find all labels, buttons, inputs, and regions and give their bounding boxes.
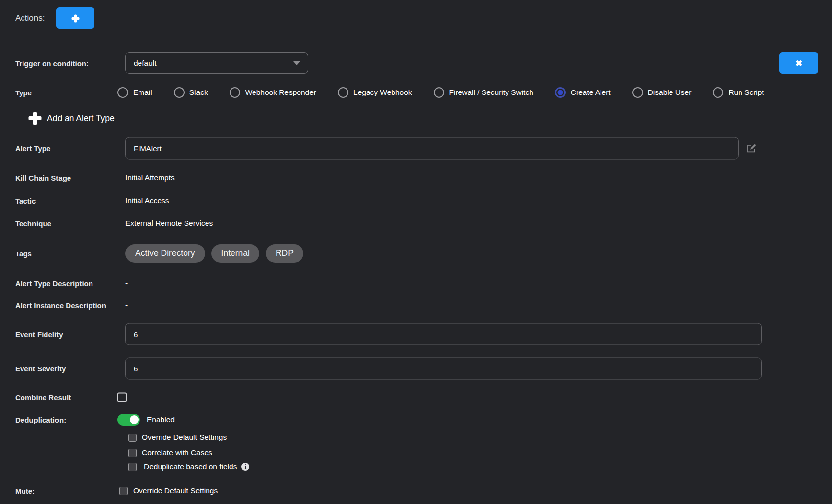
radio-option-firewall-security-switch[interactable]: Firewall / Security Switch	[434, 87, 533, 98]
event-severity-row: Event Severity	[0, 357, 832, 379]
tags-label: Tags	[15, 249, 32, 257]
correlate-with-cases-row: Correlate with Cases	[128, 448, 212, 457]
toggle-knob	[130, 415, 139, 424]
radio-option-disable-user[interactable]: Disable User	[632, 87, 692, 98]
event-fidelity-row: Event Fidelity	[0, 323, 832, 345]
plus-icon	[71, 14, 80, 23]
kill-chain-stage-value: Initial Attempts	[125, 173, 175, 182]
add-alert-type-label[interactable]: Add an Alert Type	[47, 114, 115, 124]
radio-option-label[interactable]: Email	[133, 88, 152, 97]
correlate-with-cases-checkbox[interactable]	[128, 449, 137, 457]
trigger-condition-row: Trigger on condition: default	[0, 52, 832, 74]
radio-option-run-script[interactable]: Run Script	[713, 87, 763, 98]
type-label: Type	[15, 89, 32, 97]
deduplication-toggle-label: Enabled	[147, 415, 175, 424]
radio-option-label[interactable]: Disable User	[648, 88, 692, 97]
add-action-button[interactable]	[56, 7, 94, 29]
alert-instance-description-value: -	[125, 301, 128, 310]
alert-instance-description-label: Alert Instance Description	[15, 301, 106, 310]
alert-instance-description-row: Alert Instance Description -	[0, 300, 832, 310]
combine-result-checkbox[interactable]	[117, 393, 127, 402]
checkbox-label[interactable]: Deduplicate based on fields	[144, 462, 237, 471]
tag-chip: Active Directory	[125, 244, 205, 263]
mute-row: Mute: Override Default Settings	[0, 485, 832, 496]
trigger-condition-label: Trigger on condition:	[15, 59, 89, 68]
checkbox-label[interactable]: Override Default Settings	[142, 433, 227, 442]
radio-icon[interactable]	[174, 87, 185, 98]
close-icon: ✖	[795, 59, 802, 68]
radio-icon[interactable]	[434, 87, 444, 98]
add-alert-type-button[interactable]: Add an Alert Type	[28, 112, 115, 125]
technique-label: Technique	[15, 219, 51, 228]
action-config-panel: Actions: Trigger on condition: default ✖…	[0, 0, 832, 504]
event-severity-input[interactable]	[125, 357, 762, 379]
override-default-settings-checkbox[interactable]	[128, 434, 137, 442]
action-type-radio-group: Email Slack Webhook Responder Legacy Web…	[117, 87, 764, 98]
mute-override-label[interactable]: Override Default Settings	[133, 486, 218, 495]
radio-option-webhook-responder[interactable]: Webhook Responder	[230, 87, 316, 98]
actions-row: Actions:	[0, 7, 832, 29]
tactic-row: Tactic Initial Access	[0, 196, 832, 206]
technique-value: External Remote Services	[125, 219, 213, 228]
kill-chain-stage-label: Kill Chain Stage	[15, 174, 71, 182]
mute-override-checkbox[interactable]	[119, 487, 128, 495]
radio-option-label[interactable]: Legacy Webhook	[353, 88, 412, 97]
radio-option-label[interactable]: Slack	[189, 88, 208, 97]
radio-icon[interactable]	[713, 87, 723, 98]
tactic-value: Initial Access	[125, 196, 169, 205]
tags-list: Active Directory Internal RDP	[125, 244, 310, 263]
deduplication-row: Deduplication: Enabled Override Default …	[0, 414, 832, 475]
kill-chain-stage-row: Kill Chain Stage Initial Attempts	[0, 173, 832, 183]
alert-type-description-value: -	[125, 279, 128, 288]
alert-type-description-row: Alert Type Description -	[0, 278, 832, 288]
combine-result-label: Combine Result	[15, 393, 71, 402]
tag-chip: RDP	[266, 244, 303, 263]
alert-type-input[interactable]	[125, 137, 739, 159]
radio-option-legacy-webhook[interactable]: Legacy Webhook	[338, 87, 412, 98]
combine-result-row: Combine Result	[0, 392, 832, 403]
mute-label: Mute:	[15, 487, 35, 495]
radio-icon[interactable]	[230, 87, 240, 98]
remove-action-button[interactable]: ✖	[779, 52, 818, 74]
radio-option-label[interactable]: Create Alert	[571, 88, 611, 97]
radio-option-label[interactable]: Firewall / Security Switch	[449, 88, 533, 97]
tag-chip: Internal	[211, 244, 259, 263]
event-fidelity-input[interactable]	[125, 323, 762, 345]
deduplication-toggle[interactable]	[117, 414, 140, 426]
deduplicate-based-on-fields-row: Deduplicate based on fields i	[128, 462, 249, 471]
tags-row: Tags Active Directory Internal RDP	[0, 244, 832, 263]
override-default-settings-row: Override Default Settings	[128, 433, 227, 442]
alert-type-description-label: Alert Type Description	[15, 279, 93, 288]
checkbox-label[interactable]: Correlate with Cases	[142, 448, 212, 457]
event-severity-label: Event Severity	[15, 364, 66, 372]
technique-row: Technique External Remote Services	[0, 218, 832, 228]
alert-type-label: Alert Type	[15, 144, 50, 152]
radio-icon[interactable]	[117, 87, 128, 98]
radio-option-email[interactable]: Email	[117, 87, 152, 98]
radio-option-create-alert[interactable]: Create Alert	[555, 87, 611, 98]
chevron-down-icon	[293, 61, 300, 65]
radio-option-label[interactable]: Run Script	[728, 88, 763, 97]
tactic-label: Tactic	[15, 197, 36, 205]
plus-icon	[28, 112, 42, 125]
radio-option-label[interactable]: Webhook Responder	[245, 88, 316, 97]
type-row: Type Email Slack Webhook Responder Legac…	[0, 87, 832, 98]
trigger-condition-select[interactable]: default	[125, 52, 308, 74]
deduplication-label: Deduplication:	[15, 416, 66, 424]
radio-icon[interactable]	[338, 87, 348, 98]
radio-option-slack[interactable]: Slack	[174, 87, 208, 98]
actions-label: Actions:	[15, 13, 45, 23]
info-icon[interactable]: i	[241, 463, 249, 471]
deduplicate-based-on-fields-checkbox[interactable]	[128, 463, 137, 471]
trigger-condition-value: default	[134, 59, 157, 68]
edit-icon[interactable]	[746, 143, 757, 153]
alert-type-row: Alert Type	[0, 137, 832, 159]
event-fidelity-label: Event Fidelity	[15, 330, 63, 338]
add-alert-type-row: Add an Alert Type	[0, 111, 832, 126]
radio-icon[interactable]	[632, 87, 643, 98]
radio-icon[interactable]	[555, 87, 566, 98]
